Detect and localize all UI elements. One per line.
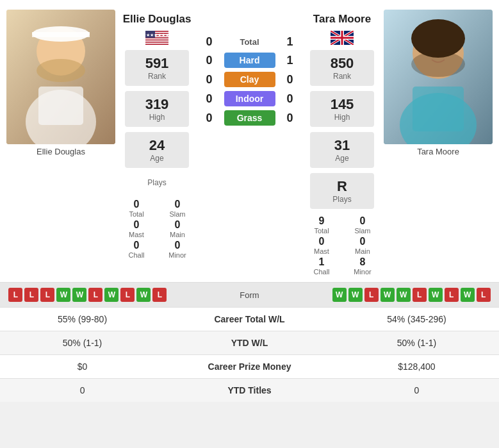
right-slam-value: 0	[345, 215, 380, 227]
total-label: Total	[224, 37, 275, 47]
form-badge-l: L	[445, 288, 459, 302]
left-chall-label: Chall	[119, 251, 154, 259]
svg-rect-3	[32, 32, 90, 37]
left-minor-cell: 0 Minor	[160, 240, 195, 259]
left-name-header: Ellie Douglas ★★★★★★★★★★★★★★★★★★★★★★★★★★…	[123, 13, 192, 47]
right-rank-box: 850 Rank	[310, 50, 374, 86]
left-chall-cell: 0 Chall	[119, 240, 154, 259]
stat-left-0: 55% (99-80)	[0, 308, 165, 331]
stats-row: $0 Career Prize Money $128,400	[0, 355, 499, 379]
grass-btn[interactable]: Grass	[224, 110, 275, 126]
left-flag-icon: ★★★★★★★★★★★★★★★★★★★★★★★★★★★★★★★★★★★★★★★★…	[145, 31, 168, 45]
right-mast-label: Mast	[304, 247, 339, 255]
form-badge-l: L	[24, 288, 38, 302]
right-chall-value: 1	[304, 256, 339, 268]
left-stats: Ellie Douglas ★★★★★★★★★★★★★★★★★★★★★★★★★★…	[119, 10, 195, 259]
stat-right-3: 0	[334, 379, 499, 402]
stat-left-1: 50% (1-1)	[0, 331, 165, 355]
right-player-name: Tara Moore	[313, 13, 371, 26]
main-container: Ellie Douglas Ellie Douglas ★★★★★★★★★★★★…	[0, 0, 499, 402]
stats-row: 50% (1-1) YTD W/L 50% (1-1)	[0, 331, 499, 355]
form-badge-w: W	[397, 288, 411, 302]
right-rank-value: 850	[318, 55, 366, 72]
form-label: Form	[169, 290, 329, 300]
tara-photo	[384, 10, 493, 144]
left-main-cell: 0 Main	[160, 219, 195, 238]
left-high-box: 319 High	[125, 91, 189, 127]
svg-rect-5	[38, 87, 83, 125]
left-player-section: Ellie Douglas	[6, 10, 115, 156]
right-slam-label: Slam	[345, 227, 380, 235]
stat-right-2: $128,400	[334, 355, 499, 379]
left-plays-box: Plays	[125, 173, 189, 192]
left-mast-label: Mast	[119, 231, 154, 238]
stats-row: 55% (99-80) Career Total W/L 54% (345-29…	[0, 308, 499, 331]
right-chall-cell: 1 Chall	[304, 256, 339, 276]
left-minor-value: 0	[160, 240, 195, 251]
form-badge-w: W	[332, 288, 347, 302]
stat-label-2: Career Prize Money	[165, 355, 334, 379]
stat-left-3: 0	[0, 379, 165, 402]
hard-right-score: 1	[281, 54, 300, 67]
form-badge-l: L	[413, 288, 427, 302]
hard-btn[interactable]: Hard	[224, 53, 275, 68]
right-player-name-below: Tara Moore	[417, 147, 459, 156]
left-mast-value: 0	[119, 219, 154, 231]
right-age-box: 31 Age	[310, 132, 374, 168]
left-player-name: Ellie Douglas	[123, 13, 192, 26]
form-badge-w: W	[56, 288, 70, 302]
right-minor-value: 8	[345, 256, 380, 268]
stats-row: 0 YTD Titles 0	[0, 379, 499, 402]
form-badge-l: L	[88, 288, 102, 302]
clay-left-score: 0	[200, 73, 219, 87]
left-total-label: Total	[119, 210, 154, 218]
form-badge-w: W	[461, 288, 475, 302]
left-plays-label: Plays	[133, 178, 181, 187]
right-rank-label: Rank	[318, 72, 366, 81]
left-rank-value: 591	[133, 55, 181, 72]
svg-point-28	[411, 51, 465, 77]
form-badge-l: L	[8, 288, 22, 302]
svg-rect-11	[145, 38, 168, 40]
left-age-value: 24	[133, 137, 181, 154]
indoor-left-score: 0	[200, 92, 219, 106]
left-high-label: High	[133, 113, 181, 122]
right-minor-label: Minor	[345, 268, 380, 276]
top-section: Ellie Douglas Ellie Douglas ★★★★★★★★★★★★…	[0, 0, 499, 282]
left-total-score: 0	[200, 35, 219, 49]
svg-rect-13	[145, 43, 168, 44]
form-section: LLLWWLWLWL Form WWLWWLWLWL	[0, 282, 499, 307]
form-badge-l: L	[152, 288, 167, 302]
clay-btn[interactable]: Clay	[224, 72, 275, 87]
grass-row: 0 Grass 0	[199, 110, 300, 126]
right-plays-label: Plays	[318, 195, 366, 204]
right-minor-cell: 8 Minor	[345, 256, 380, 276]
left-high-value: 319	[133, 96, 181, 113]
form-badge-l: L	[477, 288, 491, 302]
total-row: 0 Total 1	[199, 35, 300, 49]
right-total-cell: 9 Total	[304, 215, 339, 235]
right-plays-box: R Plays	[310, 173, 374, 209]
form-badge-w: W	[429, 288, 443, 302]
left-main-value: 0	[160, 219, 195, 231]
left-form-badges: LLLWWLWLWL	[6, 288, 167, 302]
right-high-box: 145 High	[310, 91, 374, 127]
hard-row: 0 Hard 1	[199, 53, 300, 68]
right-total-label: Total	[304, 227, 339, 235]
grass-right-score: 0	[281, 112, 300, 125]
form-badge-w: W	[72, 288, 86, 302]
right-form-badges: WWLWWLWLWL	[332, 288, 493, 302]
right-main-value: 0	[345, 236, 380, 247]
ellie-photo	[6, 10, 115, 144]
indoor-btn[interactable]: Indoor	[224, 91, 275, 106]
right-name-header: Tara Moore	[313, 13, 371, 47]
clay-right-score: 0	[281, 73, 300, 87]
clay-row: 0 Clay 0	[199, 72, 300, 87]
left-mast-cell: 0 Mast	[119, 219, 154, 238]
left-age-box: 24 Age	[125, 132, 189, 168]
right-total-value: 9	[304, 215, 339, 227]
left-chall-value: 0	[119, 240, 154, 251]
stat-label-3: YTD Titles	[165, 379, 334, 402]
stat-label-0: Career Total W/L	[165, 308, 334, 331]
stat-right-1: 50% (1-1)	[334, 331, 499, 355]
